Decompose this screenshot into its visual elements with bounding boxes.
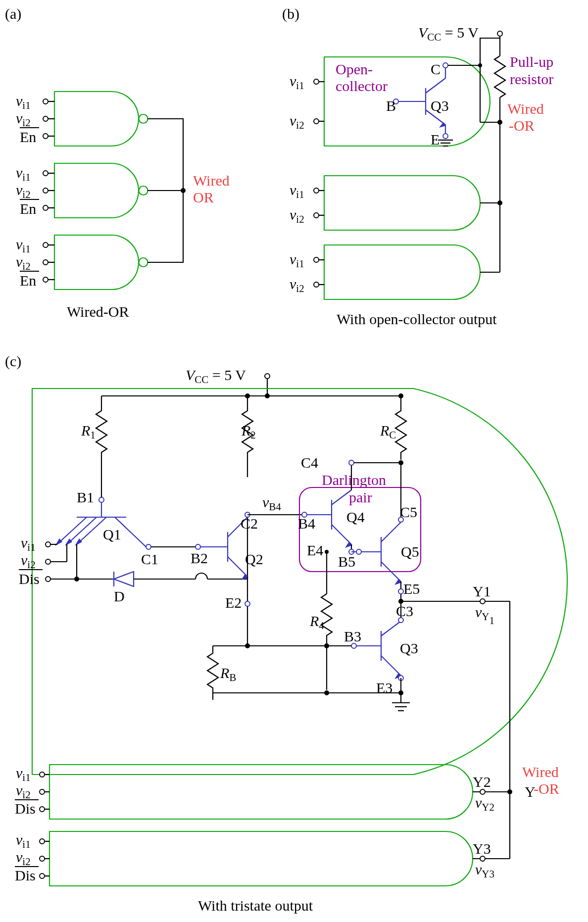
- svg-point-230: [480, 789, 485, 794]
- svg-text:Y2: Y2: [473, 774, 491, 790]
- svg-point-46: [314, 119, 319, 124]
- svg-point-68: [478, 63, 482, 67]
- svg-text:Q1: Q1: [103, 526, 121, 542]
- svg-text:En: En: [20, 129, 36, 145]
- svg-text:E5: E5: [403, 581, 420, 597]
- svg-text:R4: R4: [309, 613, 324, 631]
- svg-point-237: [40, 856, 45, 861]
- svg-text:WiredOR: WiredOR: [193, 172, 230, 205]
- svg-text:vi1: vi1: [16, 164, 31, 183]
- svg-text:E4: E4: [307, 542, 323, 558]
- svg-point-92: [265, 393, 270, 398]
- svg-text:vi1: vi1: [16, 93, 31, 111]
- svg-point-207: [398, 690, 403, 695]
- svg-text:Open-: Open-: [336, 61, 373, 77]
- circuit-diagram: (a) vi1 vi2 En vi1 vi2 En: [0, 0, 588, 922]
- svg-text:vi1: vi1: [16, 831, 31, 850]
- svg-point-98: [99, 497, 104, 502]
- svg-point-10: [43, 134, 48, 139]
- svg-point-62: [443, 134, 448, 139]
- gate-inputs: vi1 vi2 En vi1 vi2 En vi1 vi2 En: [16, 93, 54, 289]
- svg-point-30: [43, 277, 48, 282]
- svg-point-58: [443, 63, 448, 68]
- svg-text:vi2: vi2: [16, 253, 31, 272]
- svg-point-74: [314, 188, 319, 193]
- svg-text:En: En: [20, 200, 36, 217]
- panel-label-a: (a): [5, 5, 21, 22]
- bjt-q5: Q5: [381, 522, 419, 585]
- nand-gate-2: [54, 163, 148, 218]
- svg-line-173: [381, 522, 401, 542]
- svg-text:C5: C5: [400, 504, 417, 520]
- svg-text:C3: C3: [396, 603, 413, 619]
- nand-gate-3: [54, 235, 148, 290]
- panel-c: VCC = 5 V R1 R2 RC B1 Q1 vi1 vi2 Dis D C…: [15, 367, 567, 914]
- nand-gate-1: [54, 92, 148, 146]
- svg-text:R1: R1: [81, 422, 96, 441]
- svg-line-191: [381, 621, 401, 636]
- svg-text:D: D: [114, 588, 125, 604]
- svg-text:E2: E2: [225, 594, 242, 611]
- svg-point-181: [398, 589, 403, 594]
- svg-point-112: [46, 542, 50, 547]
- svg-text:Q5: Q5: [401, 543, 419, 560]
- svg-point-240: [40, 873, 45, 878]
- svg-text:Q3: Q3: [431, 97, 449, 114]
- svg-point-0: [139, 114, 148, 123]
- svg-marker-107: [75, 538, 82, 546]
- svg-text:vi2: vi2: [290, 112, 304, 131]
- svg-text:B2: B2: [191, 550, 208, 566]
- svg-point-1: [139, 186, 148, 195]
- caption-c: With tristate output: [198, 897, 313, 914]
- bjt-q3c: B3 C3 Q3 E3: [344, 603, 418, 696]
- svg-text:vi1: vi1: [290, 251, 304, 270]
- svg-point-20: [43, 205, 48, 210]
- svg-text:-OR: -OR: [509, 117, 535, 134]
- panel-a: vi1 vi2 En vi1 vi2 En vi1 vi2 En WiredOR…: [16, 92, 230, 320]
- tristate-gate-outline: [32, 388, 567, 775]
- svg-point-120: [46, 577, 50, 582]
- svg-text:vi1: vi1: [16, 236, 31, 255]
- svg-text:vY3: vY3: [475, 861, 494, 880]
- svg-point-135: [196, 544, 200, 549]
- svg-text:vi1: vi1: [16, 765, 31, 783]
- svg-point-27: [43, 260, 48, 265]
- svg-text:pair: pair: [349, 489, 372, 505]
- svg-point-7: [43, 116, 48, 121]
- svg-text:collector: collector: [336, 78, 388, 94]
- caption-b: With open-collector output: [337, 311, 497, 327]
- svg-text:vB4: vB4: [262, 494, 281, 513]
- svg-text:B1: B1: [77, 489, 94, 505]
- svg-text:Q2: Q2: [245, 551, 263, 567]
- svg-marker-125: [114, 572, 134, 586]
- svg-text:VCC = 5 V: VCC = 5 V: [418, 24, 479, 43]
- svg-text:vi2: vi2: [21, 552, 36, 571]
- svg-text:Dis: Dis: [19, 571, 40, 587]
- svg-text:Y3: Y3: [473, 840, 491, 857]
- svg-text:vY1: vY1: [475, 604, 494, 627]
- svg-text:En: En: [20, 272, 36, 289]
- svg-point-185: [325, 550, 329, 554]
- svg-point-162: [349, 460, 354, 465]
- svg-point-89: [265, 374, 270, 379]
- svg-point-223: [40, 789, 45, 794]
- svg-text:Q4: Q4: [346, 509, 365, 525]
- svg-marker-105: [65, 538, 72, 546]
- svg-point-77: [314, 213, 319, 218]
- svg-text:Wired: Wired: [522, 764, 559, 780]
- svg-text:resistor: resistor: [510, 71, 553, 87]
- svg-point-85: [314, 282, 319, 287]
- bjt-q3: B C Q3 E: [386, 61, 453, 147]
- svg-text:C2: C2: [241, 515, 258, 532]
- svg-text:B: B: [386, 97, 396, 114]
- svg-text:vi2: vi2: [16, 782, 31, 801]
- svg-point-80: [497, 200, 502, 205]
- svg-point-37: [497, 31, 502, 36]
- panel-b: VCC = 5 V Pull-up resistor vi1 vi2 Open-…: [290, 24, 553, 327]
- svg-text:RC: RC: [380, 422, 396, 441]
- svg-text:vi2: vi2: [16, 110, 31, 129]
- svg-text:vi2: vi2: [16, 182, 31, 200]
- svg-text:Q3: Q3: [400, 640, 418, 656]
- svg-text:vi2: vi2: [16, 849, 31, 868]
- svg-text:vi1: vi1: [290, 182, 304, 200]
